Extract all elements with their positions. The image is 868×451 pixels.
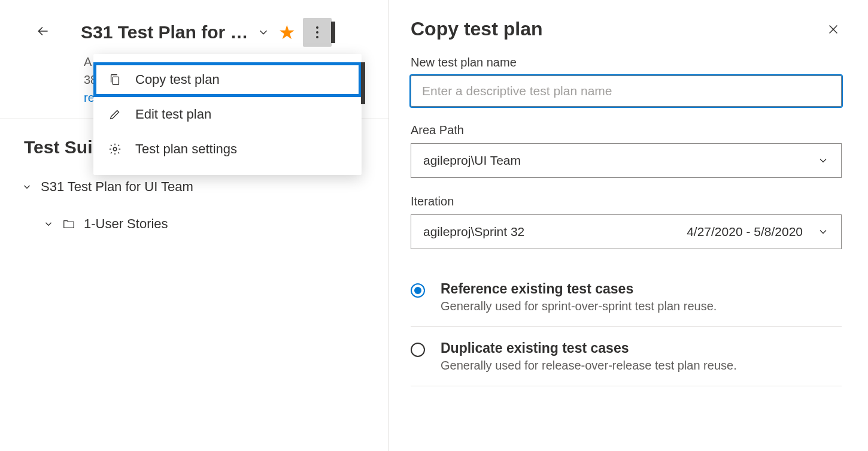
radio-text: Reference existing test cases Generally …	[441, 281, 717, 313]
chevron-down-icon	[817, 155, 829, 167]
radio-duplicate-existing[interactable]: Duplicate existing test cases Generally …	[411, 327, 842, 386]
gear-icon	[108, 142, 122, 156]
name-field-block: New test plan name	[411, 56, 842, 107]
svg-point-0	[316, 26, 318, 29]
svg-point-2	[316, 36, 318, 38]
menu-copy-test-plan[interactable]: Copy test plan	[93, 62, 362, 97]
chevron-down-icon	[817, 226, 829, 238]
iteration-label: Iteration	[411, 195, 842, 208]
panel-title: Copy test plan	[411, 18, 542, 40]
menu-copy-label: Copy test plan	[135, 72, 220, 87]
plan-title: S31 Test Plan for …	[81, 22, 248, 43]
edit-icon	[108, 107, 122, 122]
menu-edit-test-plan[interactable]: Edit test plan	[93, 97, 362, 132]
copy-icon	[108, 72, 122, 87]
tree-child-label: 1-User Stories	[84, 216, 168, 232]
context-menu: Copy test plan Edit test plan Test plan …	[93, 54, 362, 175]
left-panel: S31 Test Plan for … ★ A 38 rep Test Sui …	[0, 0, 389, 451]
menu-scrollbar-handle[interactable]	[361, 62, 365, 104]
tree-root-label: S31 Test Plan for UI Team	[41, 179, 193, 195]
radio-button-unselected[interactable]	[411, 343, 425, 357]
radio1-title: Reference existing test cases	[441, 281, 717, 297]
radio2-title: Duplicate existing test cases	[441, 340, 737, 356]
svg-point-4	[113, 147, 117, 151]
iteration-value: agileproj\Sprint 32	[423, 225, 524, 239]
area-path-value: agileproj\UI Team	[423, 153, 521, 168]
menu-edit-label: Edit test plan	[135, 107, 211, 122]
radio2-desc: Generally used for release-over-release …	[441, 359, 737, 373]
tree-child-row[interactable]: 1-User Stories	[22, 213, 389, 235]
area-field-block: Area Path agileproj\UI Team	[411, 123, 842, 178]
panel-header: Copy test plan	[411, 18, 842, 40]
radio-button-selected[interactable]	[411, 283, 425, 298]
area-label: Area Path	[411, 123, 842, 137]
plan-dropdown-toggle[interactable]	[256, 25, 271, 40]
copy-test-plan-panel: Copy test plan New test plan name Area P…	[389, 0, 868, 451]
svg-rect-3	[113, 77, 119, 84]
favorite-star-icon[interactable]: ★	[278, 23, 296, 42]
folder-icon	[62, 217, 75, 231]
menu-settings-label: Test plan settings	[135, 141, 237, 157]
iteration-dates: 4/27/2020 - 5/8/2020	[687, 225, 803, 239]
iteration-dropdown[interactable]: agileproj\Sprint 32 4/27/2020 - 5/8/2020	[411, 214, 842, 249]
name-input[interactable]	[411, 75, 842, 107]
plan-header: S31 Test Plan for … ★	[0, 0, 389, 53]
copy-mode-radio-group: Reference existing test cases Generally …	[411, 267, 842, 386]
name-label: New test plan name	[411, 56, 842, 69]
iteration-field-block: Iteration agileproj\Sprint 32 4/27/2020 …	[411, 195, 842, 249]
svg-point-1	[316, 31, 318, 34]
chevron-down-icon	[22, 181, 32, 192]
radio1-desc: Generally used for sprint-over-sprint te…	[441, 299, 717, 313]
more-actions-button[interactable]	[303, 18, 332, 47]
chevron-down-icon	[43, 219, 54, 229]
radio-reference-existing[interactable]: Reference existing test cases Generally …	[411, 267, 842, 327]
back-button[interactable]	[35, 23, 51, 40]
radio-text: Duplicate existing test cases Generally …	[441, 340, 737, 373]
area-path-dropdown[interactable]: agileproj\UI Team	[411, 143, 842, 178]
close-button[interactable]	[825, 21, 842, 38]
tree-root-row[interactable]: S31 Test Plan for UI Team	[22, 175, 389, 198]
menu-test-plan-settings[interactable]: Test plan settings	[93, 132, 362, 167]
